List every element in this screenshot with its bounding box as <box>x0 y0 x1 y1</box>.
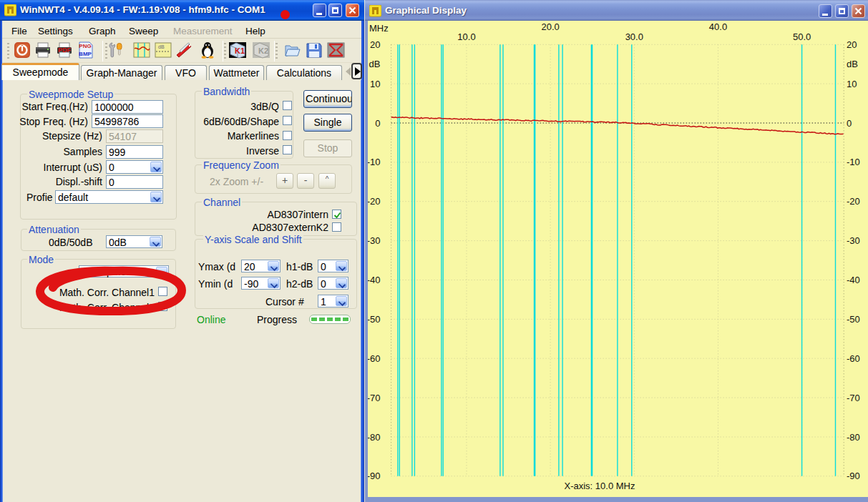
svg-text:MHz: MHz <box>369 23 389 34</box>
svg-text:-40: -40 <box>847 275 860 285</box>
svg-text:PNG: PNG <box>79 43 91 49</box>
svg-text:K2: K2 <box>258 46 268 55</box>
svg-text:50.0: 50.0 <box>793 31 811 42</box>
svg-text:-10: -10 <box>368 157 381 167</box>
svg-text:-50: -50 <box>847 314 860 325</box>
svg-text:-70: -70 <box>847 393 860 403</box>
svg-text:20: 20 <box>847 39 857 50</box>
svg-text:20: 20 <box>370 39 380 50</box>
svg-text:-60: -60 <box>847 353 860 364</box>
svg-text:-80: -80 <box>368 432 381 443</box>
svg-text:-30: -30 <box>847 235 860 246</box>
svg-text:-50: -50 <box>368 314 381 325</box>
svg-text:-70: -70 <box>368 393 381 403</box>
svg-text:-10: -10 <box>847 157 860 167</box>
svg-text:10.0: 10.0 <box>457 31 475 42</box>
svg-text:BMP: BMP <box>79 51 92 57</box>
svg-text:-90: -90 <box>368 471 381 481</box>
svg-text:-20: -20 <box>368 196 381 207</box>
svg-text:dB: dB <box>369 59 381 69</box>
svg-text:X-axis: 10.0 MHz: X-axis: 10.0 MHz <box>565 481 635 491</box>
svg-text:10: 10 <box>847 79 857 89</box>
svg-text:PDF: PDF <box>58 46 72 54</box>
svg-text:10: 10 <box>370 79 380 89</box>
svg-text:dB: dB <box>847 59 858 69</box>
svg-text:-80: -80 <box>847 432 860 443</box>
svg-text:30.0: 30.0 <box>625 31 643 42</box>
svg-text:-60: -60 <box>368 353 381 364</box>
svg-text:-90: -90 <box>847 471 860 481</box>
svg-text:0: 0 <box>847 118 852 129</box>
svg-text:-40: -40 <box>368 275 381 285</box>
svg-text:0: 0 <box>375 118 380 129</box>
svg-text:dB: dB <box>158 44 165 49</box>
svg-text:40.0: 40.0 <box>709 21 727 32</box>
svg-text:-20: -20 <box>847 196 860 207</box>
svg-text:K1: K1 <box>235 46 245 55</box>
svg-text:20.0: 20.0 <box>541 21 559 32</box>
svg-text:-30: -30 <box>368 235 381 246</box>
